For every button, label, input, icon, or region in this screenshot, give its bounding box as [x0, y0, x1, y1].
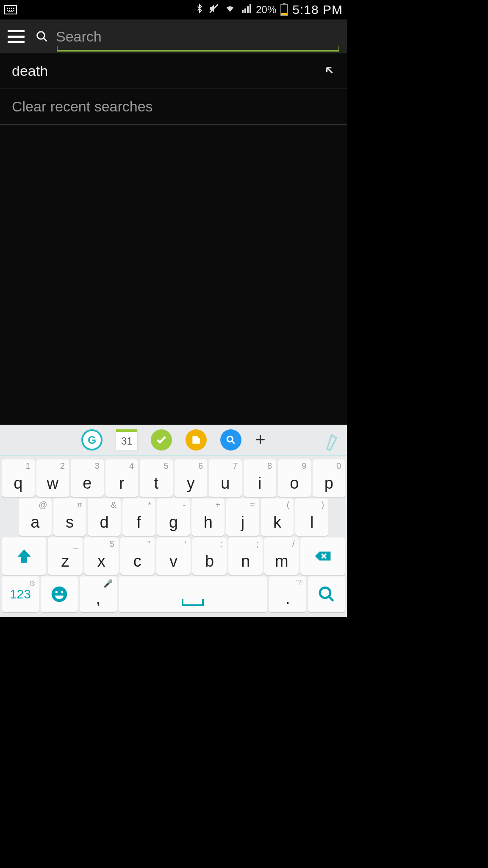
backspace-key[interactable] — [300, 537, 345, 575]
comma-key[interactable]: 🎤 , — [80, 576, 117, 612]
key-s[interactable]: #s — [53, 498, 86, 536]
period-key[interactable]: '?! . — [269, 576, 306, 612]
clear-recent-searches[interactable]: Clear recent searches — [0, 89, 347, 125]
key-c[interactable]: "c — [120, 537, 155, 575]
content-empty — [0, 125, 347, 425]
search-input[interactable] — [56, 28, 339, 45]
key-label: b — [205, 552, 214, 570]
status-right: 20% 5:18 PM — [195, 3, 343, 17]
svg-rect-9 — [8, 11, 13, 12]
key-label: o — [290, 474, 299, 492]
key-alt: @ — [39, 500, 47, 510]
key-d[interactable]: &d — [88, 498, 121, 536]
period-alt: '?! — [296, 579, 303, 587]
mute-icon — [208, 3, 219, 17]
key-alt: $ — [110, 539, 114, 549]
key-f[interactable]: *f — [122, 498, 155, 536]
key-y[interactable]: 6y — [175, 459, 208, 497]
key-g[interactable]: -g — [157, 498, 190, 536]
key-alt: : — [220, 539, 223, 549]
key-h[interactable]: +h — [191, 498, 225, 536]
key-label: x — [97, 552, 105, 570]
svg-rect-4 — [13, 8, 14, 9]
key-alt: _ — [74, 539, 78, 549]
key-u[interactable]: 7u — [209, 459, 242, 497]
check-suggestion-icon[interactable] — [151, 429, 172, 451]
svg-rect-2 — [9, 8, 10, 9]
screen: 20% 5:18 PM death Clear recent s — [0, 0, 347, 617]
period-label: . — [286, 590, 290, 608]
svg-point-15 — [51, 587, 67, 602]
key-label: p — [324, 474, 333, 492]
status-bar: 20% 5:18 PM — [0, 0, 347, 19]
key-label: u — [221, 474, 230, 492]
svg-rect-6 — [9, 10, 10, 11]
key-a[interactable]: @a — [19, 498, 52, 536]
key-label: k — [273, 513, 281, 531]
space-key[interactable] — [119, 576, 268, 612]
key-label: h — [204, 513, 213, 531]
svg-rect-7 — [11, 10, 12, 11]
key-r[interactable]: 4r — [105, 459, 139, 497]
g-suggestion-icon[interactable]: G — [81, 429, 103, 451]
key-n[interactable]: ;n — [228, 537, 263, 575]
recent-search-item[interactable]: death — [0, 53, 347, 89]
highlighter-icon[interactable] — [322, 429, 341, 453]
comma-label: , — [96, 590, 100, 608]
key-alt: ( — [287, 500, 290, 510]
key-label: j — [241, 513, 244, 531]
svg-point-16 — [55, 591, 57, 593]
key-k[interactable]: (k — [261, 498, 294, 536]
battery-percent: 20% — [256, 4, 276, 16]
key-l[interactable]: )l — [295, 498, 328, 536]
search-icon — [36, 30, 48, 43]
key-label: n — [241, 552, 250, 570]
key-t[interactable]: 5t — [140, 459, 173, 497]
svg-line-14 — [232, 441, 235, 444]
key-label: t — [154, 474, 158, 492]
key-m[interactable]: /m — [264, 537, 299, 575]
insert-arrow-icon[interactable] — [324, 65, 335, 78]
key-alt: 0 — [336, 461, 341, 471]
key-label: v — [169, 552, 177, 570]
add-suggestion-icon[interactable]: + — [255, 430, 266, 450]
search-suggestion-icon[interactable] — [220, 429, 241, 451]
key-alt: # — [77, 500, 82, 510]
search-underline — [57, 46, 339, 52]
key-o[interactable]: 9o — [278, 459, 311, 497]
mic-icon: 🎤 — [103, 579, 113, 588]
key-e[interactable]: 3e — [71, 459, 104, 497]
key-label: s — [66, 513, 74, 531]
key-i[interactable]: 8i — [244, 459, 277, 497]
menu-button[interactable] — [8, 30, 25, 43]
key-label: e — [83, 474, 92, 492]
key-j[interactable]: =j — [226, 498, 259, 536]
note-suggestion-icon[interactable] — [186, 429, 207, 451]
key-w[interactable]: 2w — [36, 459, 69, 497]
calendar-suggestion-icon[interactable]: 31 — [116, 429, 137, 451]
key-alt: = — [250, 500, 255, 510]
key-x[interactable]: $x — [84, 537, 119, 575]
key-label: i — [258, 474, 261, 492]
emoji-key[interactable] — [41, 576, 78, 612]
enter-key[interactable] — [308, 576, 345, 612]
keyboard-row-1: 1q2w3e4r5t6y7u8i9o0p — [2, 459, 345, 497]
status-left — [4, 5, 17, 14]
key-z[interactable]: _z — [48, 537, 82, 575]
key-v[interactable]: 'v — [156, 537, 191, 575]
key-label: d — [100, 513, 109, 531]
recent-searches: death Clear recent searches — [0, 53, 347, 125]
key-alt: 9 — [302, 461, 306, 471]
key-q[interactable]: 1q — [2, 459, 35, 497]
svg-rect-1 — [7, 8, 8, 9]
svg-point-11 — [37, 32, 45, 39]
numbers-key[interactable]: ⚙ 123 — [2, 576, 39, 612]
key-b[interactable]: :b — [192, 537, 227, 575]
key-alt: ) — [321, 500, 324, 510]
keyboard-row-4: ⚙ 123 🎤 , '?! . — [2, 576, 345, 612]
svg-line-19 — [329, 596, 333, 601]
key-p[interactable]: 0p — [313, 459, 346, 497]
soft-keyboard: G 31 + 1q2w3e4r5t6y7u8i9o0p @a#s&d*f-g+h… — [0, 425, 347, 617]
svg-line-12 — [44, 38, 47, 42]
shift-key[interactable] — [2, 537, 46, 575]
